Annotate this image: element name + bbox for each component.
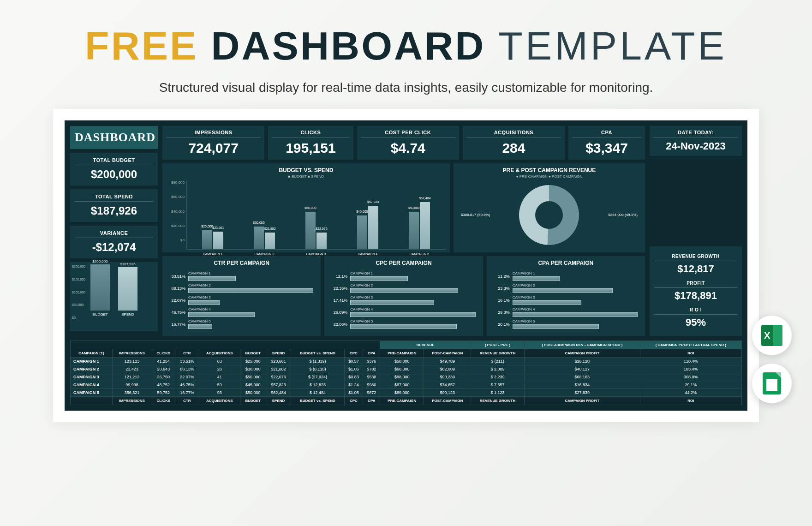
hbar-row: 16.1% CAMPAIGN 3: [494, 295, 638, 305]
ctr-chart: CTR PER CAMPAIGN 33.51% CAMPAIGN 1 88.13…: [162, 256, 321, 336]
bar-group: $50,000 $22,076 CAMPAIGN 3: [305, 212, 327, 249]
kpi-label: CLICKS: [272, 130, 349, 137]
total-budget-value: $200,000: [75, 168, 153, 181]
total-spend-label: TOTAL SPEND: [75, 194, 153, 202]
cpa-title: CPA PER CAMPAIGN: [491, 260, 640, 266]
hbar-row: 20.1% CAMPAIGN 5: [494, 319, 638, 329]
donut-icon: [519, 185, 579, 245]
bvs-title: BUDGET VS. SPEND: [167, 167, 445, 173]
pie-label-pre: $388,817 (50.9%): [461, 213, 490, 217]
table-row: CAMPAIGN 1123,12341,25433.51%63$25,000$2…: [71, 358, 742, 365]
budget-spend-mini-chart: $200,000$150,000$100,000$50,000$0$200,00…: [70, 262, 158, 331]
hbar-row: 12.1% CAMPAIGN 1: [332, 271, 475, 281]
kpi-card: IMPRESSIONS 724,077: [162, 126, 264, 160]
excel-icon: [761, 325, 782, 346]
ctr-title: CTR PER CAMPAIGN: [167, 260, 316, 266]
date-card: DATE TODAY: 24-Nov-2023: [650, 126, 742, 156]
total-budget-label: TOTAL BUDGET: [75, 157, 153, 165]
variance-value: -$12,074: [75, 241, 153, 254]
bar-group: $25,000 $23,661 CAMPAIGN 1: [202, 230, 223, 249]
kpi-label: IMPRESSIONS: [166, 130, 261, 137]
campaign-table: REVENUE( POST - PRE )( POST-CAMPAIGN REV…: [70, 341, 742, 405]
right-metrics-card: REVENUE GROWTH$12,817 PROFIT$178,891 R O…: [650, 246, 742, 336]
date-label: DATE TODAY:: [653, 130, 738, 137]
bar-group: $45,000 $57,823 CAMPAIGN 4: [357, 206, 378, 249]
kpi-card: CPA $3,347: [568, 126, 645, 160]
hbar-row: 22.06% CAMPAIGN 5: [332, 319, 475, 329]
variance-label: VARIANCE: [75, 230, 153, 238]
roi-value: 95%: [654, 317, 737, 329]
kpi-value: 195,151: [272, 140, 349, 156]
cpc-title: CPC PER CAMPAIGN: [329, 260, 478, 266]
hbar-row: 11.2% CAMPAIGN 1: [494, 271, 638, 281]
subtitle: Structured visual display for real-time …: [0, 73, 812, 109]
pie-title: PRE & POST CAMPAIGN REVENUE: [458, 167, 640, 173]
title-word-template: TEMPLATE: [498, 24, 727, 68]
hbar-row: 46.75% CAMPAIGN 4: [170, 307, 313, 317]
kpi-card: CLICKS 195,151: [268, 126, 353, 160]
hbar-row: 22.36% CAMPAIGN 2: [332, 283, 475, 293]
total-spend-value: $187,926: [75, 204, 153, 217]
hbar-row: 16.77% CAMPAIGN 5: [170, 319, 313, 329]
revenue-growth-value: $12,817: [654, 263, 737, 275]
total-spend-card: TOTAL SPEND $187,926: [70, 189, 158, 222]
total-budget-card: TOTAL BUDGET $200,000: [70, 153, 158, 185]
hbar-row: 23.3% CAMPAIGN 2: [494, 283, 638, 293]
kpi-label: CPA: [572, 130, 641, 137]
date-value: 24-Nov-2023: [653, 140, 738, 152]
template-preview-card: DASHBOARD TOTAL BUDGET $200,000 TOTAL SP…: [53, 109, 759, 422]
bar-group: $50,000 $62,484 CAMPAIGN 5: [409, 202, 430, 249]
kpi-row: IMPRESSIONS 724,077 CLICKS 195,151 COST …: [162, 126, 645, 160]
kpi-label: COST PER CLICK: [361, 130, 455, 137]
table-row: CAMPAIGN 3121,21226,75022.07%41$50,000$2…: [71, 373, 742, 381]
revenue-pie-chart: PRE & POST CAMPAIGN REVENUE ● PRE-CAMPAI…: [454, 163, 645, 252]
kpi-value: 284: [466, 140, 561, 156]
download-sheets-button[interactable]: [752, 364, 792, 403]
table-row: CAMPAIGN 5356,32159,75216.77%93$50,000$6…: [71, 389, 742, 397]
kpi-value: $3,347: [572, 140, 641, 156]
dashboard-panel: DASHBOARD TOTAL BUDGET $200,000 TOTAL SP…: [65, 120, 747, 411]
bar-group: $30,000 $21,882 CAMPAIGN 2: [254, 227, 275, 249]
hbar-row: 29.3% CAMPAIGN 4: [494, 307, 638, 317]
table-row: CAMPAIGN 223,42320,64388.13%28$30,000$21…: [71, 365, 742, 373]
kpi-value: $4.74: [361, 140, 455, 156]
hbar-row: 17.41% CAMPAIGN 3: [332, 295, 475, 305]
hbar-row: 26.09% CAMPAIGN 4: [332, 307, 475, 317]
profit-label: PROFIT: [654, 281, 737, 288]
bvs-legend: ■ BUDGET ■ SPEND: [167, 174, 445, 179]
google-sheets-icon: [763, 372, 781, 394]
kpi-value: 724,077: [166, 140, 261, 156]
kpi-card: ACQUISITIONS 284: [463, 126, 565, 160]
pie-label-post: $354,000 (49.1%): [608, 213, 638, 217]
kpi-label: ACQUISITIONS: [466, 130, 561, 137]
kpi-card: COST PER CLICK $4.74: [357, 126, 459, 160]
page-title: FREE DASHBOARD TEMPLATE: [0, 0, 812, 73]
cpc-chart: CPC PER CAMPAIGN 12.1% CAMPAIGN 1 22.36%…: [324, 256, 483, 336]
dashboard-heading: DASHBOARD: [70, 126, 158, 149]
download-excel-button[interactable]: [752, 316, 792, 355]
table-row: CAMPAIGN 499,99846,75246.75%59$45,000$57…: [71, 381, 742, 389]
variance-card: VARIANCE -$12,074: [70, 226, 158, 258]
hbar-row: 22.07% CAMPAIGN 3: [170, 295, 313, 305]
pie-legend: ● PRE-CAMPAIGN ● POST-CAMPAIGN: [458, 174, 640, 179]
title-word-dashboard: DASHBOARD: [211, 24, 485, 68]
roi-label: R O I: [654, 307, 737, 315]
revenue-growth-label: REVENUE GROWTH: [654, 254, 737, 261]
profit-value: $178,891: [654, 290, 737, 302]
hbar-row: 88.13% CAMPAIGN 2: [170, 283, 313, 293]
cpa-chart: CPA PER CAMPAIGN 11.2% CAMPAIGN 1 23.3% …: [487, 256, 645, 336]
hbar-row: 33.51% CAMPAIGN 1: [170, 271, 313, 281]
budget-vs-spend-chart: BUDGET VS. SPEND ■ BUDGET ■ SPEND $80,00…: [162, 163, 450, 252]
title-word-free: FREE: [85, 24, 198, 68]
